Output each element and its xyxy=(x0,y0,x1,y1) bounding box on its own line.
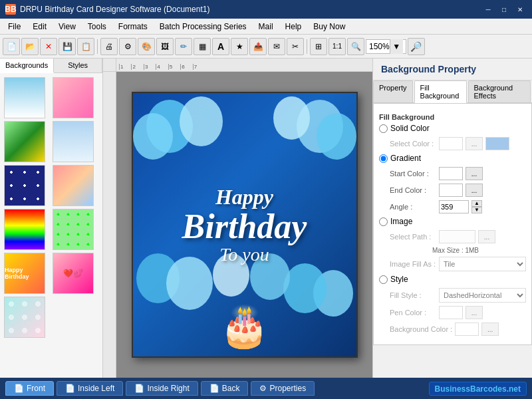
gradient-label: Gradient xyxy=(390,154,421,163)
save-as-button[interactable]: 📋 xyxy=(77,38,94,55)
gradient-radio-label[interactable]: Gradient xyxy=(379,154,421,163)
tab-properties-icon: ⚙ xyxy=(259,384,267,393)
select-color-row: Select Color : ... xyxy=(379,137,526,150)
tab-inside-left[interactable]: 📄 Inside Left xyxy=(57,381,123,396)
ruler-ticks-h: 1 2 3 4 5 6 7 xyxy=(116,59,205,70)
image-path-browse-button[interactable]: ... xyxy=(478,230,495,243)
tab-inside-right[interactable]: 📄 Inside Right xyxy=(126,381,198,396)
close-button[interactable]: ✕ xyxy=(513,4,527,15)
image-fill-select[interactable]: Tile Stretch Center xyxy=(439,257,526,271)
solid-color-preview[interactable] xyxy=(485,137,509,150)
angle-spinner: ▲ ▼ xyxy=(471,200,482,213)
bg-thumb-hearts[interactable]: ❤️💕 xyxy=(53,253,94,294)
text-button[interactable]: A xyxy=(212,38,229,55)
bg-thumb-pink[interactable] xyxy=(53,77,94,118)
right-panel-title: Background Property xyxy=(373,59,532,80)
start-color-picker-button[interactable]: ... xyxy=(466,167,483,180)
ratio-button[interactable]: 1:1 xyxy=(329,38,346,55)
export-button[interactable]: 📤 xyxy=(249,38,267,55)
menu-mail[interactable]: Mail xyxy=(253,21,279,33)
solid-color-radio[interactable] xyxy=(379,124,388,133)
tab-property[interactable]: Property xyxy=(373,80,413,102)
solid-color-picker-button[interactable]: ... xyxy=(466,137,483,150)
pen-color-picker-button[interactable]: ... xyxy=(466,306,483,319)
bg-color-box[interactable] xyxy=(455,323,479,336)
menu-edit[interactable]: Edit xyxy=(27,21,52,33)
style-radio-label[interactable]: Style xyxy=(379,275,408,284)
new-button[interactable]: 📄 xyxy=(3,38,20,55)
menu-buynow[interactable]: Buy Now xyxy=(308,21,350,33)
maximize-button[interactable]: □ xyxy=(497,4,511,15)
fill-style-select[interactable]: DashedHorizontal DashedVertical Solid xyxy=(439,288,526,303)
print-setup-button[interactable]: ⚙ xyxy=(119,38,136,55)
image-button[interactable]: 🖼 xyxy=(156,38,174,55)
menu-view[interactable]: View xyxy=(53,21,81,33)
zoom-dropdown-button[interactable]: ▼ xyxy=(390,39,403,54)
angle-input[interactable] xyxy=(439,200,469,213)
tab-styles[interactable]: Styles xyxy=(54,59,102,72)
bg-thumb-stars[interactable] xyxy=(4,165,45,206)
tab-properties-label: Properties xyxy=(269,384,306,393)
open-button[interactable]: 📂 xyxy=(21,38,39,55)
style-radio[interactable] xyxy=(379,275,388,284)
minimize-button[interactable]: ─ xyxy=(481,4,495,15)
bg-thumb-bubbles[interactable] xyxy=(4,297,45,338)
pen-color-box[interactable] xyxy=(439,306,463,319)
tab-backgrounds[interactable]: Backgrounds xyxy=(0,59,54,73)
bottom-bar: 📄 Front 📄 Inside Left 📄 Inside Right 📄 B… xyxy=(0,378,532,399)
bg-thumb-flowers[interactable] xyxy=(4,121,45,162)
bg-thumb-green-dots[interactable] xyxy=(53,209,94,250)
bg-thumb-balloons[interactable] xyxy=(53,165,94,206)
tab-fill-background[interactable]: Fill Background xyxy=(414,80,467,103)
card-line-3: To you xyxy=(182,244,307,265)
bg-color-picker-button[interactable]: ... xyxy=(481,323,499,336)
gradient-radio[interactable] xyxy=(379,154,388,163)
print-button[interactable]: 🖨 xyxy=(100,38,118,55)
image-row: Image xyxy=(379,217,526,226)
tab-background-effects[interactable]: Background Effects xyxy=(468,80,531,102)
zoom-out-button[interactable]: 🔎 xyxy=(408,38,425,55)
tab-inside-right-icon: 📄 xyxy=(134,384,144,393)
gradient-row: Gradient xyxy=(379,154,526,163)
menu-tools[interactable]: Tools xyxy=(82,21,112,33)
end-color-box[interactable] xyxy=(439,184,463,197)
bg-thumb-clouds[interactable] xyxy=(53,121,94,162)
end-color-picker-button[interactable]: ... xyxy=(466,184,483,197)
menu-help[interactable]: Help xyxy=(280,21,307,33)
tab-properties[interactable]: ⚙ Properties xyxy=(251,381,315,396)
symbol-button[interactable]: ★ xyxy=(231,38,248,55)
solid-color-box[interactable] xyxy=(439,137,463,150)
barcode-button[interactable]: ▦ xyxy=(194,38,211,55)
angle-up-button[interactable]: ▲ xyxy=(471,200,482,207)
save-button[interactable]: 💾 xyxy=(59,38,76,55)
draw-button[interactable]: ✏ xyxy=(175,38,192,55)
menu-file[interactable]: File xyxy=(3,21,26,33)
scissors-button[interactable]: ✂ xyxy=(287,38,304,55)
bg-thumb-sky[interactable] xyxy=(4,77,45,118)
angle-down-button[interactable]: ▼ xyxy=(471,207,482,213)
tab-back[interactable]: 📄 Back xyxy=(201,381,249,396)
tab-front[interactable]: 📄 Front xyxy=(5,381,54,396)
close-doc-button[interactable]: ✕ xyxy=(40,38,57,55)
badge-text: BusinessBarcodes xyxy=(435,384,507,394)
grid-button[interactable]: ⊞ xyxy=(310,38,327,55)
fill-style-label: Fill Style : xyxy=(390,291,436,299)
image-path-input[interactable] xyxy=(439,230,475,243)
image-radio-label[interactable]: Image xyxy=(379,217,412,226)
card-line-1: Happy xyxy=(182,185,307,209)
bg-thumb-rainbow[interactable] xyxy=(4,209,45,250)
image-fill-row: Image Fill As : Tile Stretch Center xyxy=(379,257,526,271)
color-button[interactable]: 🎨 xyxy=(138,38,155,55)
mail-button[interactable]: ✉ xyxy=(268,38,285,55)
title-bar: BB DRPU Birthday Card Designer Software … xyxy=(0,0,532,19)
solid-color-radio-label[interactable]: Solid Color xyxy=(379,124,430,133)
menu-formats[interactable]: Formats xyxy=(113,21,153,33)
bg-thumb-birthday[interactable]: Happy Birthday xyxy=(4,253,45,294)
menu-batch[interactable]: Batch Processing Series xyxy=(154,21,252,33)
end-color-row: End Color : ... xyxy=(379,184,526,197)
fill-background-label: Fill Background xyxy=(379,113,526,121)
image-radio[interactable] xyxy=(379,217,388,226)
zoom-in-button[interactable]: 🔍 xyxy=(347,38,364,55)
start-color-box[interactable] xyxy=(439,167,463,180)
balloon-6 xyxy=(273,96,310,140)
